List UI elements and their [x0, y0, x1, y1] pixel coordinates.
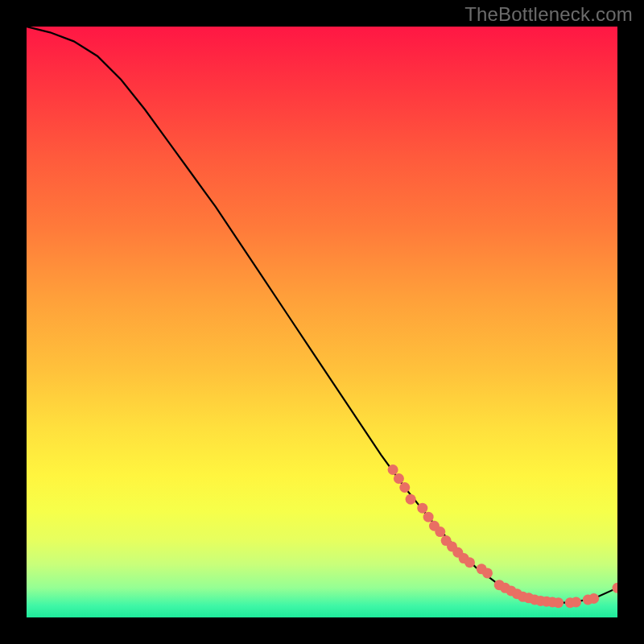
watermark-text: TheBottleneck.com [464, 3, 633, 26]
chart-gradient-background [27, 27, 617, 617]
chart-stage: TheBottleneck.com [0, 0, 644, 644]
